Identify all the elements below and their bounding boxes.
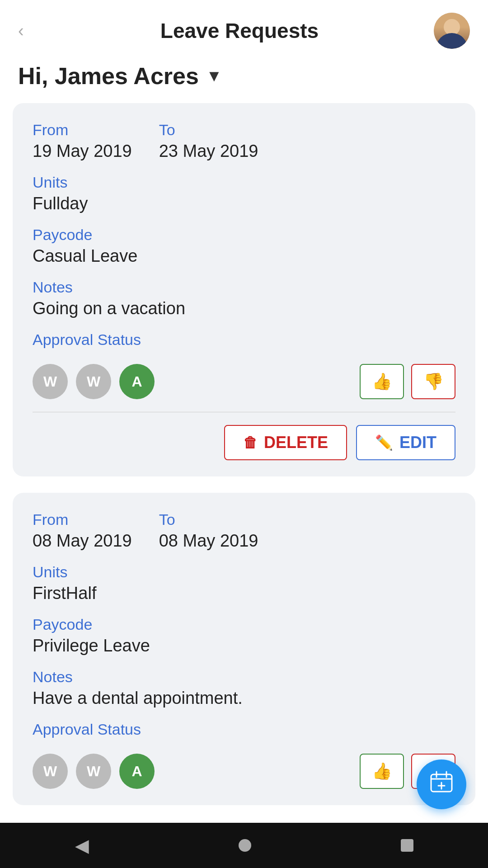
thumbs-up-button-2[interactable]: 👍 [360,754,404,789]
paycode-label-1: Paycode [33,226,455,244]
cards-container: From 19 May 2019 To 23 May 2019 Units Fu… [0,103,488,805]
paycode-field-2: Paycode Privilege Leave [33,616,455,656]
approval-status-field-2: Approval Status [33,721,455,741]
status-circle-w1-2: W [33,754,68,789]
to-value-2: 08 May 2019 [159,531,258,551]
status-circle-w2-1: W [76,364,111,399]
back-nav-button[interactable]: ◀ [75,835,89,856]
notes-label-1: Notes [33,278,455,296]
card-divider-1 [33,412,455,412]
bottom-btns-1: 🗑 DELETE ✏️ EDIT [33,425,455,460]
leave-card-2: From 08 May 2019 To 08 May 2019 Units Fi… [13,493,475,805]
paycode-value-1: Casual Leave [33,246,455,266]
units-value-2: FirstHalf [33,584,455,603]
from-field-2: From 08 May 2019 [33,511,132,551]
paycode-value-2: Privilege Leave [33,636,455,656]
approval-status-label-2: Approval Status [33,721,455,738]
approval-action-btns-1: 👍 👎 [360,364,455,399]
approval-row-1: W W A 👍 👎 [33,364,455,399]
units-field-2: Units FirstHalf [33,563,455,603]
to-label-2: To [159,511,258,528]
greeting-text: Hi, James Acres [18,62,199,90]
thumbs-down-button-1[interactable]: 👎 [411,364,455,399]
avatar[interactable] [434,13,470,49]
notes-field-1: Notes Going on a vacation [33,278,455,318]
status-circles-1: W W A [33,364,155,399]
approval-status-label-1: Approval Status [33,331,455,349]
pencil-icon-1: ✏️ [375,434,393,451]
units-field-1: Units Fullday [33,174,455,213]
add-calendar-icon [429,770,454,799]
page-title: Leave Requests [160,19,319,43]
to-field-1: To 23 May 2019 [159,121,258,161]
greeting-row: Hi, James Acres ▼ [0,58,488,103]
to-value-1: 23 May 2019 [159,142,258,161]
units-label-2: Units [33,563,455,581]
home-nav-button[interactable] [239,839,251,852]
notes-field-2: Notes Have a dental appointment. [33,668,455,708]
status-circle-a-2: A [119,754,155,789]
delete-button-1[interactable]: 🗑 DELETE [224,425,347,460]
notes-value-1: Going on a vacation [33,299,455,318]
to-label-1: To [159,121,258,139]
thumbs-up-button-1[interactable]: 👍 [360,364,404,399]
status-circles-2: W W A [33,754,155,789]
approval-status-field-1: Approval Status [33,331,455,351]
from-label-2: From [33,511,132,528]
notes-label-2: Notes [33,668,455,686]
status-circle-w1-1: W [33,364,68,399]
notes-value-2: Have a dental appointment. [33,689,455,708]
paycode-label-2: Paycode [33,616,455,633]
from-label-1: From [33,121,132,139]
leave-card-1: From 19 May 2019 To 23 May 2019 Units Fu… [13,103,475,476]
edit-label-1: EDIT [399,433,436,452]
header: ‹ Leave Requests [0,0,488,58]
from-field-1: From 19 May 2019 [33,121,132,161]
to-field-2: To 08 May 2019 [159,511,258,551]
bottom-navigation: ◀ [0,823,488,868]
units-value-1: Fullday [33,194,455,213]
paycode-field-1: Paycode Casual Leave [33,226,455,266]
recents-nav-button[interactable] [401,839,413,852]
edit-button-1[interactable]: ✏️ EDIT [356,425,455,460]
user-dropdown-arrow[interactable]: ▼ [206,66,222,85]
approval-row-2: W W A 👍 👎 [33,754,455,789]
add-leave-fab[interactable] [417,760,466,809]
from-value-1: 19 May 2019 [33,142,132,161]
trash-icon-1: 🗑 [243,434,258,451]
back-button[interactable]: ‹ [18,21,45,41]
from-value-2: 08 May 2019 [33,531,132,551]
status-circle-a-1: A [119,364,155,399]
status-circle-w2-2: W [76,754,111,789]
delete-label-1: DELETE [264,433,328,452]
units-label-1: Units [33,174,455,191]
